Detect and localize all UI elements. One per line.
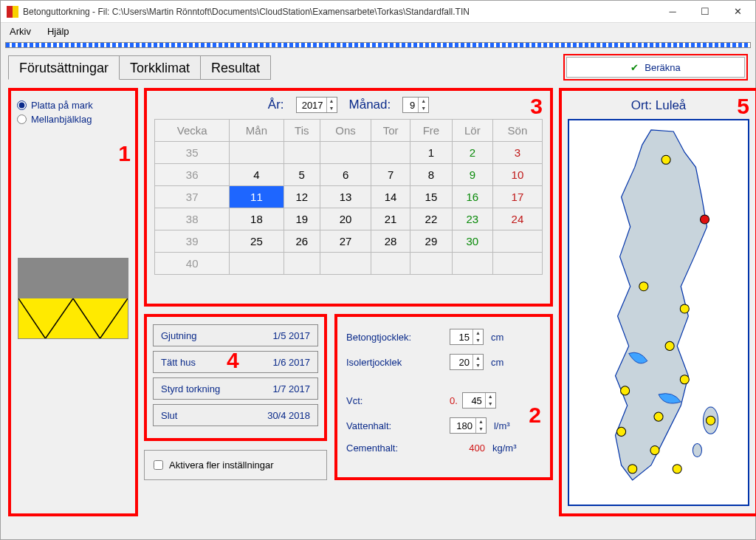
- cal-day[interactable]: 24: [492, 208, 542, 230]
- cal-day[interactable]: 22: [410, 208, 453, 230]
- cal-day[interactable]: 15: [410, 186, 453, 208]
- maximize-button[interactable]: ☐: [689, 1, 721, 23]
- vct-arrows[interactable]: ▲▼: [485, 393, 495, 408]
- cal-day[interactable]: [284, 253, 320, 275]
- svg-point-11: [654, 412, 663, 421]
- cal-day[interactable]: 30: [452, 230, 492, 253]
- date-slut-value: 30/4 2018: [267, 410, 310, 421]
- cal-day[interactable]: 17: [492, 186, 542, 208]
- annotation-1: 1: [118, 141, 131, 166]
- chevron-down-icon[interactable]: ▼: [486, 400, 495, 408]
- cal-day[interactable]: [371, 253, 410, 275]
- cal-day[interactable]: 19: [284, 208, 320, 230]
- cal-day[interactable]: [492, 253, 542, 275]
- year-spinner-arrows[interactable]: ▲▼: [326, 98, 337, 112]
- tab-resultat[interactable]: Resultat: [201, 55, 271, 80]
- cal-day[interactable]: 7: [371, 164, 410, 186]
- chevron-down-icon[interactable]: ▼: [473, 362, 483, 369]
- month-spinner[interactable]: ▲▼: [402, 97, 429, 113]
- date-gjutning[interactable]: Gjutning1/5 2017: [153, 324, 318, 346]
- isoler-input[interactable]: [450, 357, 472, 368]
- date-styrd[interactable]: Styrd torkning1/7 2017: [153, 377, 318, 400]
- menu-hjalp[interactable]: Hjälp: [41, 24, 75, 38]
- cal-day[interactable]: 26: [284, 230, 320, 253]
- betong-spinner[interactable]: ▲▼: [450, 329, 484, 345]
- vatten-arrows[interactable]: ▲▼: [475, 418, 486, 433]
- cal-day[interactable]: [371, 142, 410, 164]
- radio-mellan[interactable]: Mellanbjälklag: [17, 114, 129, 125]
- vct-spinner[interactable]: ▲▼: [462, 392, 496, 409]
- cal-day[interactable]: [410, 253, 453, 275]
- panel-dates: 4 Gjutning1/5 2017 Tätt hus1/6 2017 Styr…: [144, 314, 327, 441]
- chevron-up-icon[interactable]: ▲: [486, 393, 495, 400]
- betong-input[interactable]: [450, 332, 472, 343]
- cal-day[interactable]: 1: [410, 142, 453, 164]
- tab-forutsattningar[interactable]: Förutsättningar: [8, 55, 120, 80]
- cal-day[interactable]: 28: [371, 230, 410, 253]
- cal-day[interactable]: [492, 230, 542, 253]
- cal-day[interactable]: 10: [492, 164, 542, 186]
- chevron-up-icon[interactable]: ▲: [327, 98, 337, 105]
- betong-arrows[interactable]: ▲▼: [472, 329, 483, 344]
- isoler-arrows[interactable]: ▲▼: [472, 355, 483, 369]
- cal-day[interactable]: [452, 253, 492, 275]
- chevron-up-icon[interactable]: ▲: [476, 418, 486, 425]
- cal-day[interactable]: 2: [452, 142, 492, 164]
- cal-day[interactable]: 13: [320, 186, 371, 208]
- month-input[interactable]: [403, 100, 418, 111]
- cal-day[interactable]: 6: [320, 164, 371, 186]
- activate-checkbox[interactable]: [154, 460, 163, 470]
- chevron-up-icon[interactable]: ▲: [473, 329, 483, 337]
- cal-day[interactable]: 23: [452, 208, 492, 230]
- betong-unit: cm: [491, 332, 535, 343]
- chevron-up-icon[interactable]: ▲: [419, 98, 428, 105]
- col-vecka: Vecka: [155, 120, 230, 142]
- chevron-up-icon[interactable]: ▲: [473, 355, 483, 362]
- cal-day[interactable]: 12: [284, 186, 320, 208]
- vatten-spinner[interactable]: ▲▼: [450, 417, 487, 434]
- chevron-down-icon[interactable]: ▼: [419, 105, 428, 112]
- chevron-down-icon[interactable]: ▼: [327, 105, 337, 112]
- year-spinner[interactable]: ▲▼: [296, 97, 337, 113]
- berakna-button[interactable]: ✔ Beräkna: [566, 57, 745, 78]
- cal-day[interactable]: [230, 142, 284, 164]
- tab-torkklimat[interactable]: Torkklimat: [120, 55, 201, 80]
- cal-day[interactable]: 20: [320, 208, 371, 230]
- cal-day[interactable]: 18: [230, 208, 284, 230]
- cal-day[interactable]: 8: [410, 164, 453, 186]
- activate-settings[interactable]: Aktivera fler inställningar: [144, 450, 327, 480]
- cal-day[interactable]: [320, 253, 371, 275]
- cal-day[interactable]: 5: [284, 164, 320, 186]
- cal-day[interactable]: 14: [371, 186, 410, 208]
- vct-input[interactable]: [463, 395, 485, 406]
- cal-day[interactable]: 29: [410, 230, 453, 253]
- radio-platta[interactable]: Platta på mark: [17, 100, 129, 111]
- cal-day[interactable]: [284, 142, 320, 164]
- radio-platta-input[interactable]: [17, 100, 27, 110]
- cal-day[interactable]: 25: [230, 230, 284, 253]
- minimize-button[interactable]: ─: [656, 1, 689, 23]
- calendar-table[interactable]: Vecka Mån Tis Ons Tor Fre Lör Sön 35123 …: [154, 119, 543, 275]
- sweden-map[interactable]: [568, 119, 749, 506]
- month-spinner-arrows[interactable]: ▲▼: [418, 98, 428, 112]
- year-input[interactable]: [297, 100, 326, 111]
- vatten-input[interactable]: [450, 420, 475, 431]
- menu-arkiv[interactable]: Arkiv: [4, 24, 37, 38]
- cal-day[interactable]: 21: [371, 208, 410, 230]
- cal-day[interactable]: 16: [452, 186, 492, 208]
- close-button[interactable]: ✕: [721, 1, 754, 23]
- isoler-spinner[interactable]: ▲▼: [450, 354, 484, 370]
- cal-day[interactable]: 27: [320, 230, 371, 253]
- date-slut[interactable]: Slut30/4 2018: [153, 404, 318, 426]
- chevron-down-icon[interactable]: ▼: [476, 425, 486, 433]
- cal-day-selected[interactable]: 11: [230, 186, 284, 208]
- cal-day[interactable]: 9: [452, 164, 492, 186]
- cal-day[interactable]: 3: [492, 142, 542, 164]
- cal-day[interactable]: 4: [230, 164, 284, 186]
- cal-day[interactable]: [230, 253, 284, 275]
- radio-mellan-input[interactable]: [17, 115, 27, 124]
- cal-day[interactable]: [320, 142, 371, 164]
- chevron-down-icon[interactable]: ▼: [473, 337, 483, 344]
- svg-point-4: [662, 155, 670, 164]
- annotation-3: 3: [530, 94, 543, 119]
